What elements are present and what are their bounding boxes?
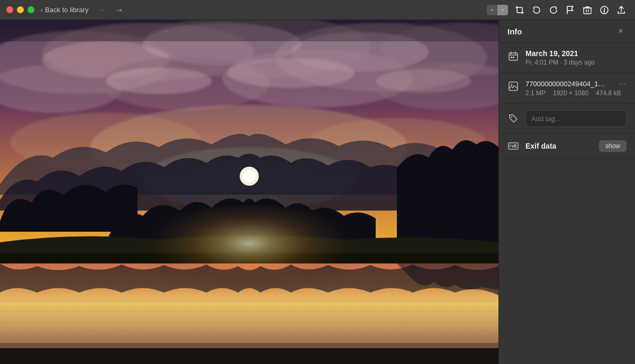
info-panel: Info × March 19, 2021 Fr, 4:01 PM · 3 [498, 20, 635, 364]
rotate-ccw-button[interactable] [529, 3, 544, 17]
exif-icon [507, 140, 519, 152]
svg-rect-41 [511, 57, 512, 58]
image-viewer[interactable] [0, 20, 498, 364]
nav-arrows: ← → [97, 4, 125, 16]
rotate-cw-button[interactable] [546, 3, 561, 17]
file-size: 474.8 kB [596, 89, 621, 97]
svg-point-27 [101, 205, 397, 332]
file-more-button[interactable]: ··· [619, 79, 627, 88]
view-toggle-right[interactable]: ▪ [497, 5, 508, 15]
svg-rect-36 [0, 20, 498, 41]
fullscreen-button[interactable] [28, 6, 34, 13]
date-section: March 19, 2021 Fr, 4:01 PM · 3 days ago [499, 43, 635, 73]
file-name: 770000000002494​04_1… [525, 80, 605, 88]
close-button[interactable] [6, 6, 13, 13]
tag-icon [507, 113, 519, 124]
svg-rect-43 [509, 82, 518, 90]
toolbar-tools: ▪ ▪ [487, 3, 629, 17]
svg-point-17 [106, 68, 212, 94]
file-megapixels: 2.1 MP [525, 89, 546, 97]
exif-label: Exif data [525, 142, 593, 150]
share-button[interactable] [614, 3, 629, 17]
date-info: March 19, 2021 Fr, 4:01 PM · 3 days ago [525, 49, 595, 66]
svg-line-49 [513, 145, 514, 147]
file-name-row: 770000000002494​04_1… ··· [525, 79, 627, 88]
titlebar: ‹ Back to library ← → ▪ ▪ [0, 0, 635, 20]
crop-tool-button[interactable] [512, 3, 527, 17]
svg-rect-0 [584, 8, 591, 14]
info-button[interactable] [597, 3, 612, 17]
date-sub: Fr, 4:01 PM · 3 days ago [525, 59, 595, 66]
nav-forward-button[interactable]: → [113, 4, 125, 16]
view-toggle-left[interactable]: ▪ [487, 5, 497, 15]
calendar-icon [507, 50, 519, 62]
file-resolution: 1920 × 1080 [553, 89, 588, 97]
info-close-button[interactable]: × [615, 25, 627, 37]
svg-rect-37 [0, 343, 498, 364]
main-content: Info × March 19, 2021 Fr, 4:01 PM · 3 [0, 20, 635, 364]
image-file-icon [507, 80, 519, 92]
file-section: 770000000002494​04_1… ··· 2.1 MP 1920 × … [499, 73, 635, 104]
flag-button[interactable] [563, 3, 578, 17]
trash-button[interactable] [580, 3, 595, 17]
info-header: Info × [499, 20, 635, 43]
exif-section: Exif data show [499, 134, 635, 159]
svg-point-45 [511, 116, 512, 117]
photo-container [0, 20, 498, 364]
svg-point-18 [228, 58, 355, 88]
chevron-left-icon: ‹ [41, 6, 43, 14]
svg-rect-42 [513, 57, 514, 58]
tag-section: Add tag... [499, 104, 635, 134]
file-info: 770000000002494​04_1… ··· 2.1 MP 1920 × … [525, 79, 627, 97]
back-to-library-button[interactable]: ‹ Back to library [41, 6, 88, 14]
exif-show-button[interactable]: show [599, 140, 627, 152]
view-toggle: ▪ ▪ [487, 5, 508, 15]
nav-back-button[interactable]: ← [97, 4, 110, 16]
file-meta: 2.1 MP 1920 × 1080 474.8 kB [525, 89, 627, 97]
date-main: March 19, 2021 [525, 49, 595, 58]
svg-point-44 [511, 84, 513, 86]
svg-point-19 [376, 69, 471, 93]
minimize-button[interactable] [17, 6, 24, 13]
traffic-lights [6, 6, 34, 13]
back-label: Back to library [45, 6, 88, 14]
tag-input[interactable]: Add tag... [525, 110, 627, 127]
info-panel-title: Info [507, 27, 522, 36]
svg-point-39 [243, 170, 256, 183]
svg-point-2 [604, 8, 605, 9]
tag-placeholder: Add tag... [531, 115, 561, 123]
landscape-photo [0, 20, 498, 364]
